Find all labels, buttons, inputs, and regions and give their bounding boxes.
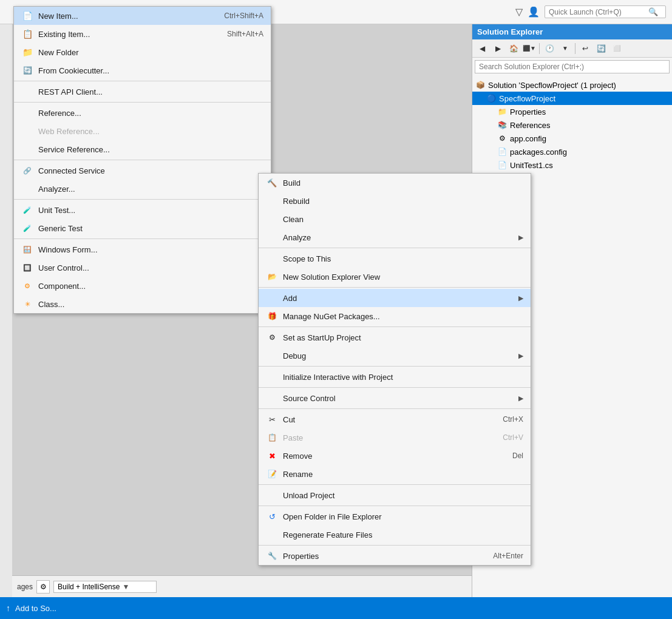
paste-shortcut: Ctrl+V [503,433,523,442]
menu-item-cut[interactable]: ✂ Cut Ctrl+X [259,410,531,428]
web-reference-icon [21,125,33,137]
new-item-shortcut: Ctrl+Shift+A [224,12,263,20]
quick-launch-box[interactable]: 🔍 [545,5,666,18]
references-icon: 📚 [497,120,507,130]
context-menu: 🔨 Build Rebuild Clean Analyze ▶ Scope to… [258,173,531,566]
rest-api-icon [21,86,33,98]
sep-c4 [259,366,531,367]
menu-item-analyzer[interactable]: Analyzer... [14,180,271,198]
menu-item-generic-test[interactable]: 🧪 Generic Test [14,219,271,237]
menu-item-new-item[interactable]: 📄 New Item... Ctrl+Shift+A [14,7,271,25]
se-sep-1 [539,43,540,54]
se-unit-test[interactable]: 📄 UnitTest1.cs [472,158,672,172]
analyzer-icon [21,183,33,195]
nuget-label: Manage NuGet Packages... [283,312,523,321]
intellisense-bar: ages ⚙ Build + IntelliSense ▼ [12,575,472,597]
solution-icon: 📦 [475,79,486,90]
add-to-solution-icon: ↑ [6,603,10,613]
menu-item-user-control[interactable]: 🔲 User Control... [14,259,271,277]
sep-c8 [259,506,531,506]
se-packages-config[interactable]: 📄 packages.config [472,145,672,158]
menu-item-new-folder[interactable]: 📁 New Folder [14,43,271,61]
paste-label: Paste [283,433,498,442]
menu-item-source-control[interactable]: Source Control ▶ [259,389,531,407]
sep-5 [14,238,271,239]
menu-item-debug[interactable]: Debug ▶ [259,347,531,365]
menu-item-regenerate[interactable]: Regenerate Feature Files [259,526,531,544]
remove-label: Remove [283,452,507,461]
se-refresh-btn[interactable]: 🔄 [594,42,608,55]
left-panel [0,24,12,597]
remove-icon: ✖ [266,450,278,462]
se-sync-btn[interactable]: ⬛▼ [522,42,537,55]
menu-item-connected-service[interactable]: 🔗 Connected Service [14,161,271,180]
menu-item-open-folder[interactable]: ↺ Open Folder in File Explorer [259,507,531,526]
regenerate-label: Regenerate Feature Files [283,530,523,540]
windows-form-icon: 🪟 [21,243,33,255]
se-clock-down-btn[interactable]: ▼ [558,42,572,55]
menu-item-reference[interactable]: Reference... [14,104,271,122]
windows-form-label: Windows Form... [38,245,263,254]
menu-item-build[interactable]: 🔨 Build [259,174,531,192]
menu-item-component[interactable]: ⚙ Component... [14,277,271,295]
se-home-btn[interactable]: 🏠 [506,42,521,55]
properties-shortcut: Alt+Enter [493,552,523,560]
se-undo-btn[interactable]: ↩ [578,42,592,55]
menu-item-properties[interactable]: 🔧 Properties Alt+Enter [259,547,531,565]
menu-item-manage-nuget[interactable]: 🎁 Manage NuGet Packages... [259,307,531,325]
filter-icon: ▽ [515,6,523,18]
new-folder-icon: 📁 [21,46,33,58]
clean-icon [266,213,278,225]
analyzer-label: Analyzer... [38,184,263,194]
menu-item-rename[interactable]: 📝 Rename [259,465,531,483]
menu-item-analyze[interactable]: Analyze ▶ [259,228,531,246]
se-search-input[interactable] [479,63,665,71]
se-project[interactable]: 🔵 SpecflowProject [472,92,672,105]
properties-folder-label: Properties [510,107,546,117]
cut-shortcut: Ctrl+X [503,415,523,424]
se-collapse-btn[interactable]: ⬜ [609,42,624,55]
unit-test-icon: 🧪 [21,204,33,216]
menu-item-set-startup[interactable]: ⚙ Set as StartUp Project [259,328,531,347]
se-forward-btn[interactable]: ▶ [490,42,505,55]
se-solution[interactable]: 📦 Solution 'SpecflowProject' (1 project) [472,78,672,92]
menu-item-remove[interactable]: ✖ Remove Del [259,447,531,465]
menu-item-class[interactable]: ✳ Class... [14,295,271,313]
packages-config-label: packages.config [510,147,567,157]
solution-label: Solution 'SpecflowProject' (1 project) [488,81,616,90]
menu-item-from-cookiecutter[interactable]: 🔄 From Cookiecutter... [14,61,271,79]
menu-item-rebuild[interactable]: Rebuild [259,192,531,210]
se-properties[interactable]: 📁 Properties [472,105,672,118]
intellisense-icon-btn[interactable]: ⚙ [36,580,50,594]
se-app-config[interactable]: ⚙ app.config [472,132,672,145]
quick-launch-input[interactable] [549,8,646,16]
menu-item-clean[interactable]: Clean [259,210,531,228]
menu-item-add[interactable]: Add ▶ [259,289,531,307]
se-back-btn[interactable]: ◀ [475,42,489,55]
se-search-box[interactable] [475,60,670,73]
unit-test-label: Unit Test... [38,206,263,215]
app-config-icon: ⚙ [497,133,507,144]
menu-item-scope-to-this[interactable]: Scope to This [259,249,531,268]
menu-item-service-reference[interactable]: Service Reference... [14,140,271,158]
debug-label: Debug [283,351,514,360]
se-references[interactable]: 📚 References [472,118,672,132]
menu-item-unload-project[interactable]: Unload Project [259,486,531,504]
user-icon: 👤 [528,6,540,18]
menu-item-windows-form[interactable]: 🪟 Windows Form... [14,240,271,259]
menu-item-init-interactive[interactable]: Initialize Interactive with Project [259,368,531,386]
rename-label: Rename [283,470,523,479]
debug-arrow: ▶ [518,352,523,360]
generic-test-label: Generic Test [38,224,263,233]
menu-item-new-solution-view[interactable]: 📂 New Solution Explorer View [259,268,531,286]
menu-item-unit-test[interactable]: 🧪 Unit Test... [14,201,271,219]
user-control-icon: 🔲 [21,262,33,274]
build-icon: 🔨 [266,177,278,189]
menu-item-paste: 📋 Paste Ctrl+V [259,428,531,447]
se-clock-btn[interactable]: 🕐 [542,42,557,55]
menu-item-rest-api[interactable]: REST API Client... [14,83,271,101]
menu-item-existing-item[interactable]: 📋 Existing Item... Shift+Alt+A [14,25,271,43]
regenerate-icon [266,529,278,541]
intellisense-dropdown[interactable]: Build + IntelliSense ▼ [53,581,157,593]
se-tree: 📦 Solution 'SpecflowProject' (1 project)… [472,76,672,174]
